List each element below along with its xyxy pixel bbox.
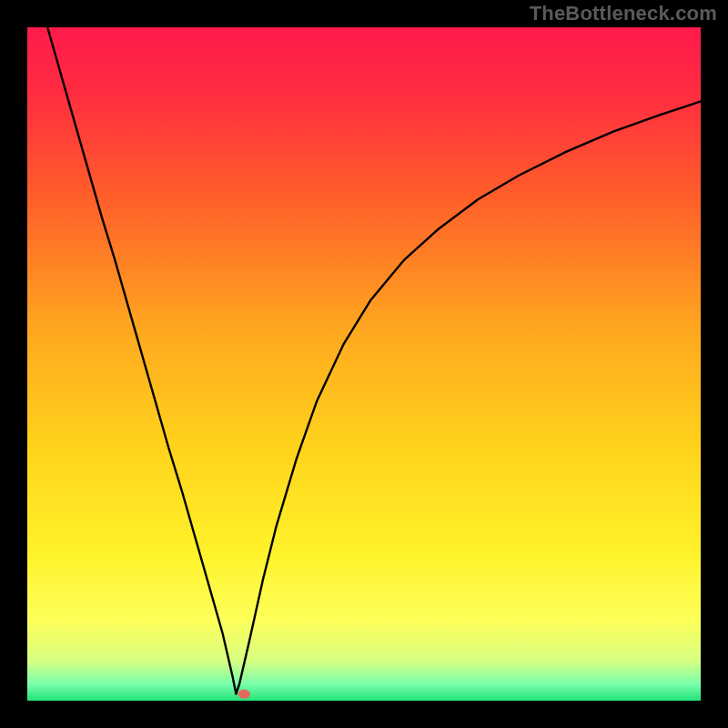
plot-area	[27, 27, 701, 701]
marker-dot	[238, 689, 250, 698]
watermark-text: TheBottleneck.com	[530, 2, 717, 25]
chart-svg	[0, 0, 728, 728]
chart-container: TheBottleneck.com	[0, 0, 728, 728]
